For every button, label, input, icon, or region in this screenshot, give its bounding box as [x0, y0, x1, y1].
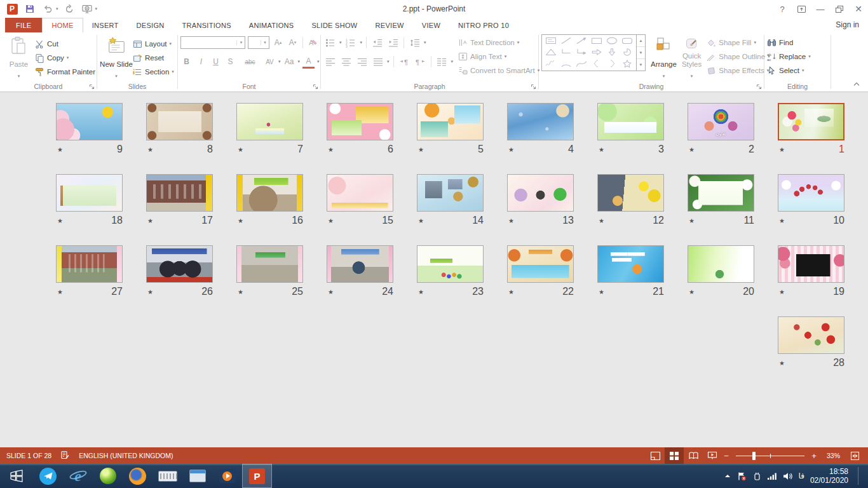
zoom-in-button[interactable]: + [810, 451, 818, 461]
format-painter-button[interactable]: Format Painter [35, 65, 95, 79]
shape-text-box-icon[interactable] [545, 36, 557, 47]
slide-thumbnail-13[interactable] [507, 174, 574, 212]
clock[interactable]: 18:58 02/01/2020 [810, 467, 848, 485]
tab-animations[interactable]: ANIMATIONS [240, 18, 303, 32]
slide-thumbnail-24[interactable] [327, 245, 393, 283]
slide-thumbnail-18[interactable] [56, 174, 123, 212]
slide-show-button[interactable] [703, 447, 722, 464]
shape-arrow-icon[interactable] [576, 36, 587, 47]
tab-file[interactable]: FILE [5, 18, 42, 32]
slide-thumbnail-2[interactable]: تعاون [688, 103, 754, 140]
paste-dropdown-arrow[interactable]: ▾ [18, 72, 20, 80]
tab-design[interactable]: DESIGN [128, 18, 173, 32]
shape-rectangle-icon[interactable] [591, 36, 602, 47]
slide-thumbnail-1[interactable] [778, 103, 844, 140]
zoom-slider[interactable] [736, 456, 804, 456]
clipboard-dialog-launcher[interactable] [88, 83, 95, 90]
slide-thumbnail-20[interactable] [688, 245, 754, 283]
sign-in-link[interactable]: Sign in [836, 20, 859, 29]
zoom-out-button[interactable]: − [722, 451, 731, 461]
slide-thumbnail-3[interactable] [597, 103, 664, 140]
increase-font-size-button[interactable]: A▴ [272, 36, 284, 50]
clear-formatting-button[interactable]: A [307, 36, 319, 50]
slide-thumbnail-9[interactable] [56, 103, 123, 140]
new-slide-dropdown-arrow[interactable]: ▾ [115, 72, 118, 80]
zoom-slider-knob[interactable] [752, 452, 756, 460]
collapse-ribbon-button[interactable] [853, 80, 860, 89]
spell-check-icon[interactable] [60, 451, 70, 461]
font-style-button-b[interactable]: B [180, 55, 193, 69]
undo-dropdown-arrow[interactable]: ▾ [56, 6, 58, 11]
layout-button[interactable]: Layout▾ [133, 37, 174, 51]
restore-button[interactable] [830, 0, 849, 18]
shape-triangle-icon[interactable] [545, 48, 557, 58]
taskbar-app-on-screen-keyboard[interactable] [153, 464, 182, 488]
taskbar-app-internet-explorer[interactable]: e [63, 464, 93, 488]
font-style-button-abc[interactable]: abc [244, 55, 256, 69]
slide-thumbnail-11[interactable] [688, 174, 754, 212]
show-desktop-button[interactable] [858, 467, 862, 485]
start-button[interactable] [0, 464, 33, 488]
network-icon[interactable] [767, 472, 777, 480]
slide-thumbnail-21[interactable] [597, 245, 664, 283]
justify-button[interactable] [371, 55, 384, 69]
drawing-dialog-launcher[interactable] [755, 83, 763, 90]
shape-outline-button[interactable]: Shape Outline▾ [707, 50, 770, 64]
shape-arc-icon[interactable] [560, 59, 572, 70]
cut-button[interactable]: Cut [35, 37, 95, 51]
arrange-button[interactable]: Arrange ▾ [651, 34, 677, 80]
slide-thumbnail-8[interactable] [146, 103, 213, 140]
taskbar-app-telegram[interactable] [33, 464, 63, 488]
slide-thumbnail-17[interactable] [146, 174, 213, 212]
slide-thumbnail-14[interactable] [417, 174, 484, 212]
font-style-button-aa[interactable]: Aa [283, 55, 295, 69]
slide-thumbnail-28[interactable] [778, 316, 844, 354]
shape-elbow-arrow-connector-icon[interactable] [576, 48, 587, 58]
language-indicator[interactable]: ENGLISH (UNITED KINGDOM) [79, 452, 173, 459]
shape-line-icon[interactable] [560, 36, 572, 47]
paragraph-dialog-launcher[interactable] [529, 83, 537, 90]
repeat-button[interactable] [62, 2, 76, 16]
shape-effects-button[interactable]: Shape Effects▾ [707, 64, 770, 78]
copy-dropdown-arrow[interactable]: ▾ [67, 55, 69, 60]
slide-thumbnail-10[interactable] [778, 174, 844, 212]
slide-thumbnail-4[interactable] [507, 103, 574, 140]
decrease-font-size-button[interactable]: A▾ [287, 36, 299, 50]
slide-thumbnail-5[interactable] [417, 103, 484, 140]
slide-thumbnail-27[interactable] [56, 245, 123, 283]
slide-sorter-view-button[interactable] [665, 447, 684, 464]
convert-to-smartart-button[interactable]: Convert to SmartArt▾ [458, 64, 539, 78]
taskbar-app-browser-sphere[interactable] [93, 464, 123, 488]
align-text-button[interactable]: Align Text▾ [458, 50, 539, 64]
left-to-right-button[interactable]: ¶ [398, 55, 411, 69]
shape-fill-button[interactable]: Shape Fill▾ [707, 36, 770, 50]
undo-button[interactable] [41, 2, 55, 16]
shape-oval-icon[interactable] [606, 36, 618, 47]
reset-button[interactable]: Reset [133, 51, 174, 65]
minimize-button[interactable]: — [811, 0, 830, 18]
tab-transitions[interactable]: TRANSITIONS [173, 18, 240, 32]
shape-scribble-icon[interactable] [545, 59, 557, 70]
decrease-indent-button[interactable] [370, 36, 384, 50]
volume-icon[interactable] [783, 472, 793, 480]
align-left-button[interactable] [323, 55, 337, 69]
new-slide-button[interactable]: New Slide ▾ [100, 34, 133, 80]
text-direction-button[interactable]: A Text Direction▾ [458, 36, 539, 50]
tab-nitro-pro-10[interactable]: NITRO PRO 10 [449, 18, 518, 32]
slide-thumbnail-16[interactable] [236, 174, 303, 212]
tab-slide-show[interactable]: SLIDE SHOW [302, 18, 366, 32]
numbering-button[interactable]: 123 [344, 36, 358, 50]
paste-button[interactable]: Paste ▾ [3, 34, 35, 80]
line-spacing-button[interactable] [408, 36, 421, 50]
slide-thumbnail-26[interactable] [146, 245, 213, 283]
tab-view[interactable]: VIEW [413, 18, 449, 32]
ribbon-display-options-button[interactable] [792, 0, 811, 18]
slide-thumbnail-15[interactable] [327, 174, 393, 212]
font-style-button-i[interactable]: I [195, 55, 207, 69]
customize-qat-button[interactable]: ▾ [95, 6, 98, 11]
shapes-scrollbar[interactable]: ▲▼▼ [636, 35, 645, 71]
select-button[interactable]: Select▾ [767, 64, 811, 78]
slide-thumbnail-23[interactable] [417, 245, 484, 283]
shape-arrow-right-icon[interactable] [591, 48, 602, 58]
power-icon[interactable] [752, 471, 761, 481]
